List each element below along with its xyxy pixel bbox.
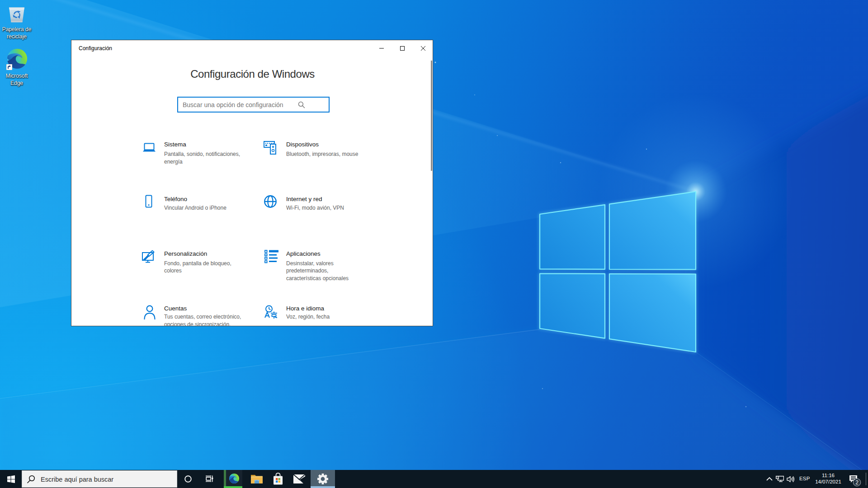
svg-text:2: 2 <box>855 479 859 486</box>
